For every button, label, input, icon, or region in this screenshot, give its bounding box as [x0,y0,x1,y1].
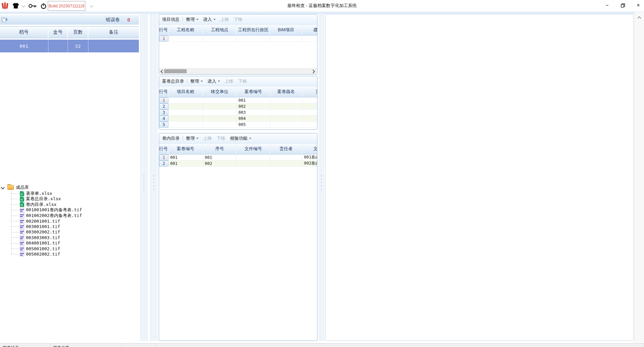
splitter-left-b[interactable] [149,14,158,341]
grid-cell[interactable] [168,122,203,128]
toolbar-button-整理[interactable]: 整理 [186,16,198,23]
column-header[interactable]: 档号 [0,27,48,38]
column-header[interactable]: 工程名称 [168,25,203,35]
grid-cell[interactable] [203,116,237,122]
column-header[interactable]: 案卷编号 [237,86,270,97]
grid-cell[interactable] [237,155,270,161]
toolbar-button-校验功能[interactable]: 校验功能 [230,135,251,141]
column-header[interactable]: 案卷题名 [270,86,302,97]
horizontal-scrollbar[interactable] [159,68,317,74]
column-header[interactable]: 案卷编号 [168,143,203,154]
grid-cell[interactable] [270,155,302,161]
tree-item[interactable]: 002001001.tif [20,218,60,224]
tree-item[interactable]: 005001002.tif [20,246,60,251]
key-icon[interactable] [28,1,37,10]
grid-cell[interactable] [203,110,237,116]
error-table-selected-row[interactable]: 00132 [0,40,139,52]
grid-cell[interactable] [270,116,302,122]
grid-cell[interactable] [302,103,317,110]
scroll-up-icon[interactable] [637,16,641,20]
row-number[interactable]: 1 [159,97,168,103]
grid-cell[interactable]: 003 [237,110,270,116]
tree-item[interactable]: 著录单.xlsx [20,191,52,196]
tree-item[interactable]: 005002002.tif [20,251,60,257]
grid-cell[interactable]: 005 [237,122,270,128]
grid-cell[interactable] [168,116,203,122]
splitter-left-a[interactable] [140,14,148,341]
scroll-left-icon[interactable] [160,70,164,73]
scrollbar-thumb[interactable] [164,69,187,73]
grid-cell[interactable] [302,116,317,122]
column-header[interactable]: 序号 [203,143,237,154]
grid-cell[interactable] [237,161,270,167]
column-header[interactable]: 责任者 [270,143,302,154]
grid-row[interactable]: 4004 [159,116,317,122]
column-header[interactable]: 文件编号 [237,143,270,154]
tree-item[interactable]: 案卷总目录.xlsx [20,196,61,202]
column-header[interactable]: 行号 [159,86,168,97]
grid-cell[interactable] [168,36,203,42]
column-header[interactable]: 责任者 [302,86,317,97]
grid-row[interactable]: 2001002002卷内备考表 [159,161,317,167]
grid-cell[interactable] [270,36,302,42]
grid-row[interactable]: 1 [159,36,317,42]
grid-cell[interactable] [302,122,317,128]
grid-cell[interactable] [270,97,302,103]
grid-cell[interactable] [203,97,237,103]
grid-cell[interactable] [203,103,237,110]
row-number[interactable]: 1 [159,36,168,42]
grid-cell[interactable] [302,97,317,103]
column-header[interactable]: 行号 [159,25,168,35]
grid-cell[interactable]: 001 [168,161,203,167]
grid-row[interactable]: 1001001001卷内备考表 [159,155,317,161]
column-header[interactable]: 行号 [159,143,168,154]
grid-cell[interactable]: 001 [237,97,270,103]
grid-cell[interactable] [203,122,237,128]
row-number[interactable]: 4 [159,116,168,122]
toolbar-button-进入[interactable]: 进入 [207,78,220,84]
grid-cell[interactable] [168,103,203,110]
grid-cell[interactable]: 004 [237,116,270,122]
row-number[interactable]: 3 [159,110,168,116]
row-number[interactable]: 5 [159,122,168,128]
grid-cell[interactable] [302,110,317,116]
grid-cell[interactable] [168,110,203,116]
tshirt-icon[interactable] [11,1,20,10]
grid-cell[interactable] [270,122,302,128]
grid-cell[interactable] [237,36,270,42]
export-down-icon[interactable] [1,17,8,23]
tree-expand-icon[interactable] [1,185,4,189]
splitter-right[interactable] [318,14,325,341]
tree-item[interactable]: 003001001.tif [20,224,60,229]
grid-cell[interactable]: 001 [203,155,237,161]
restore-button[interactable] [618,1,628,10]
grid-cell[interactable] [302,36,317,42]
row-number[interactable]: 2 [159,161,168,167]
tree-item[interactable]: 001001001卷内备考表.tif [20,207,82,213]
grid-cell[interactable] [270,110,302,116]
tree-root[interactable]: 成品库 [1,185,29,190]
tree-item[interactable]: 003002002.tif [20,229,60,235]
tree-item[interactable]: 003003003.tif [20,235,60,240]
column-header[interactable]: BIM项目 [270,25,302,35]
toolbar-button-进入[interactable]: 进入 [203,16,216,23]
grid-cell[interactable] [203,36,237,42]
column-header[interactable]: 建设单位 [302,25,317,35]
minimize-button[interactable]: − [602,1,612,10]
column-header[interactable]: 备注 [88,27,139,38]
toolbar-button-整理[interactable]: 整理 [186,135,198,141]
grid-row[interactable]: 1001 [159,97,317,103]
tree-item[interactable]: 001002002卷内备考表.tif [20,213,82,218]
grid-cell[interactable]: 001卷内备考表 [302,155,317,161]
grid-cell[interactable] [270,161,302,167]
tree-item[interactable]: 004001001.tif [20,241,60,246]
grid-cell[interactable]: 002 [237,103,270,110]
toolbar-button-整理[interactable]: 整理 [190,78,203,84]
grid-cell[interactable]: 001 [168,155,203,161]
grid-row[interactable]: 5005 [159,122,317,128]
grid-cell[interactable] [270,103,302,110]
grid-row[interactable]: 2002 [159,103,317,110]
column-header[interactable]: 项目名称 [168,86,203,97]
column-header[interactable]: 移交单位 [203,86,237,97]
scroll-right-icon[interactable] [311,70,315,73]
